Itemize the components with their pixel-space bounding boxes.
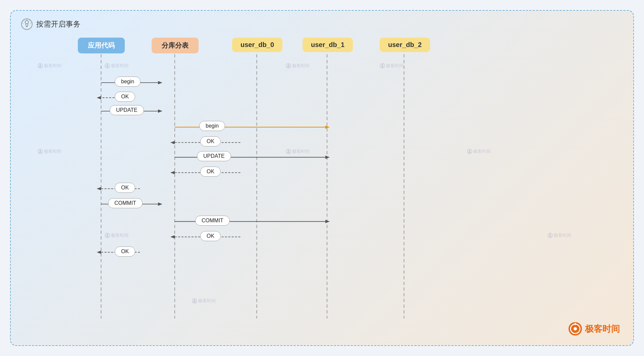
col-header-db0: user_db_0 — [232, 38, 282, 52]
page-title: 按需开启事务 — [36, 19, 80, 29]
col-header-app: 应用代码 — [78, 38, 125, 53]
msg-begin1: begin — [115, 77, 141, 87]
watermark-4: 极客时间 — [286, 148, 310, 154]
sequence-diagram — [11, 11, 633, 345]
col-header-db1: user_db_1 — [303, 38, 353, 52]
watermark-3: 极客时间 — [38, 148, 61, 154]
svg-point-39 — [40, 64, 41, 66]
brand-area: 极客时间 — [568, 322, 620, 336]
main-container: 按需开启事务 应用代码 分库分表 user_db_0 user_db_1 use… — [10, 10, 634, 346]
watermark-8: 极客时间 — [380, 63, 404, 69]
msg-update2: UPDATE — [197, 151, 231, 161]
col-header-db2: user_db_2 — [380, 38, 430, 52]
svg-point-43 — [40, 150, 41, 152]
brand-logo-icon — [568, 322, 582, 336]
watermark-2: 极客时间 — [105, 63, 128, 69]
watermark-10: 极客时间 — [547, 232, 571, 238]
msg-begin2: begin — [199, 121, 225, 131]
svg-marker-19 — [158, 109, 162, 113]
msg-ok1: OK — [115, 92, 135, 102]
watermark-7: 极客时间 — [286, 63, 310, 69]
msg-commit1: COMMIT — [108, 198, 143, 208]
msg-ok5: OK — [200, 231, 221, 241]
watermark-6: 极客时间 — [192, 298, 216, 304]
svg-marker-37 — [97, 251, 101, 254]
svg-marker-35 — [170, 235, 175, 238]
svg-marker-17 — [97, 96, 101, 99]
msg-ok4: OK — [115, 183, 135, 193]
watermark-9: 极客时间 — [467, 148, 491, 154]
svg-marker-25 — [325, 155, 330, 159]
svg-point-47 — [107, 234, 108, 236]
svg-point-51 — [288, 64, 289, 66]
svg-marker-29 — [97, 187, 101, 190]
svg-point-55 — [469, 150, 471, 152]
msg-update1: UPDATE — [110, 105, 144, 115]
svg-point-45 — [288, 150, 289, 152]
svg-point-41 — [107, 64, 108, 66]
svg-point-60 — [574, 327, 577, 330]
msg-ok6: OK — [115, 247, 135, 257]
svg-line-5 — [24, 20, 24, 21]
title-area: 按需开启事务 — [21, 18, 80, 30]
svg-point-53 — [382, 64, 383, 66]
svg-marker-15 — [158, 81, 162, 84]
svg-point-49 — [194, 300, 196, 301]
msg-ok3: OK — [200, 167, 221, 177]
brand-name: 极客时间 — [585, 323, 620, 335]
watermark-1: 极客时间 — [38, 63, 61, 69]
svg-marker-33 — [325, 220, 330, 223]
msg-ok2: OK — [200, 136, 221, 146]
svg-point-1 — [25, 20, 29, 24]
col-header-sharding: 分库分表 — [152, 38, 199, 53]
svg-line-6 — [30, 20, 30, 21]
bulb-icon — [21, 18, 33, 30]
watermark-5: 极客时间 — [105, 232, 128, 238]
svg-marker-27 — [170, 171, 175, 174]
msg-commit2: COMMIT — [195, 216, 230, 226]
svg-marker-31 — [158, 203, 162, 206]
svg-point-57 — [549, 234, 551, 236]
svg-marker-23 — [170, 141, 175, 144]
svg-marker-21 — [325, 126, 330, 129]
